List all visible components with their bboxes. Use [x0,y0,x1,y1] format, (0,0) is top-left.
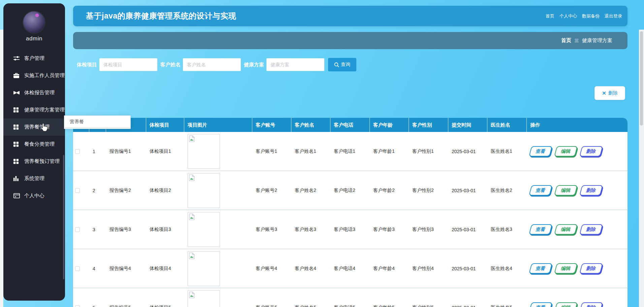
cell-exam_item: 体检项目4 [146,249,184,288]
query-button-label: 查询 [341,62,350,68]
cell-index: 4 [89,249,106,288]
column-header: 体检项目 [146,118,184,132]
cell-report_no: 报告编号4 [106,249,146,288]
search-label: 体检项目 [77,62,97,68]
page-scrollbar[interactable] [639,30,644,307]
sidebar-item-meal-category-mgmt[interactable]: 餐食分类管理 [3,136,65,153]
grid-icon [13,142,20,147]
delete-row-button[interactable]: 删除 [579,146,603,157]
view-button[interactable]: 查看 [529,146,552,157]
image-placeholder [188,173,220,208]
edit-button[interactable]: 编辑 [554,302,578,307]
search-field-customer-name: 客户姓名 [160,58,241,71]
cell-gender: 客户性别4 [409,249,448,288]
cell-phone: 客户电话2 [330,171,370,210]
view-button[interactable]: 查看 [529,302,552,307]
column-header: 客户性别 [409,118,448,132]
delete-row-button[interactable]: 删除 [579,302,603,307]
cell-account: 客户账号3 [252,210,291,249]
exam-item-input[interactable] [99,58,157,71]
delete-button[interactable]: ✕ 删除 [594,86,625,100]
row-select-cell [73,210,89,249]
cell-report_no: 报告编号2 [106,171,146,210]
actions-cell: 查看编辑删除 [527,288,627,307]
sidebar-item-exam-report-mgmt[interactable]: 体检报告管理 [3,84,65,101]
cell-doctor: 医生姓名2 [487,171,527,210]
edit-button[interactable]: 编辑 [554,146,578,157]
edit-button[interactable]: 编辑 [554,263,578,274]
broken-image-icon [189,135,195,142]
sidebar-item-customer-mgmt[interactable]: 客户管理 [3,50,65,67]
sidebar-item-label: 体检报告管理 [24,90,55,96]
top-nav-data-backup[interactable]: 数据备份 [582,13,600,19]
edit-button[interactable]: 编辑 [554,224,578,235]
sidebar-item-system-mgmt[interactable]: 系统管理 [3,170,65,187]
health-plan-input[interactable] [266,58,324,71]
sidebar-item-personal-center[interactable]: 个人中心 [3,187,65,204]
row-checkbox[interactable] [75,227,80,232]
cell-phone: 客户电话5 [330,288,370,307]
report-icon [13,91,20,95]
grid-icon [13,159,20,164]
top-nav-personal-center[interactable]: 个人中心 [559,13,577,19]
cell-exam_item: 体检项目5 [146,288,184,307]
cell-account: 客户账号5 [252,288,291,307]
cell-doctor: 医生姓名4 [487,249,527,288]
column-header: 客户电话 [330,118,370,132]
top-nav-logout[interactable]: 退出登录 [605,13,622,19]
delete-row-button[interactable]: 删除 [579,185,603,196]
view-button[interactable]: 查看 [529,263,552,274]
search-bar: 体检项目 客户姓名 健康方案 查询 [77,58,356,71]
sidebar-item-label: 系统管理 [24,175,44,182]
view-button[interactable]: 查看 [529,185,552,196]
submenu-popup: 营养餐 [64,115,131,129]
edit-button[interactable]: 编辑 [554,185,578,196]
broken-image-icon [189,213,195,220]
row-checkbox[interactable] [75,266,80,271]
delete-row-button[interactable]: 删除 [579,263,603,274]
sidebar-scrollbar-thumb[interactable] [63,155,64,279]
cell-account: 客户账号2 [252,171,291,210]
cell-submit_time: 2025-03-01 [448,132,487,171]
image-placeholder [188,290,220,307]
breadcrumb-home[interactable]: 首页 [561,37,571,44]
cell-exam_item: 体检项目3 [146,210,184,249]
cell-submit_time: 2025-03-01 [448,210,487,249]
delete-row-button[interactable]: 删除 [579,224,603,235]
cell-name: 客户姓名3 [291,210,330,249]
sidebar-item-meal-booking-mgmt[interactable]: 营养餐预订管理 [3,153,65,170]
view-button[interactable]: 查看 [529,224,552,235]
page-scrollbar-thumb[interactable] [640,31,643,126]
cell-gender: 客户性别1 [409,132,448,171]
sidebar-item-label: 营养餐管理 [24,124,50,130]
query-button[interactable]: 查询 [328,58,356,71]
top-nav-home[interactable]: 首页 [546,13,554,19]
cell-report_no: 报告编号1 [106,132,146,171]
cell-phone: 客户电话3 [330,210,370,249]
cell-phone: 客户电话4 [330,249,370,288]
table-header-row: 体检项目项目图片客户账号客户姓名客户电话客户年龄客户性别提交时间医生姓名操作 [73,118,627,132]
submenu-item-nutrition-meal[interactable]: 营养餐 [64,116,130,128]
broken-image-icon [189,174,195,181]
sidebar-item-staff-mgmt[interactable]: 实施工作人员管理 [3,67,65,84]
cell-doctor: 医生姓名5 [487,288,527,307]
row-select-cell [73,132,89,171]
cell-exam_item: 体检项目1 [146,132,184,171]
row-checkbox[interactable] [75,149,80,154]
sidebar-item-health-plan-mgmt[interactable]: 健康管理方案管理 [3,101,65,118]
table-row: 2报告编号2体检项目2 客户账号2客户姓名2客户电话2客户年龄2客户性别2202… [73,171,627,210]
row-actions: 查看编辑删除 [530,224,602,235]
column-header: 医生姓名 [487,118,527,132]
search-label: 健康方案 [244,62,264,68]
row-checkbox[interactable] [75,188,80,193]
sidebar-item-label: 餐食分类管理 [24,141,55,147]
cell-submit_time: 2025-03-01 [448,288,487,307]
sidebar-item-nutrition-meal-mgmt[interactable]: 营养餐管理 [3,118,65,136]
cell-gender: 客户性别5 [409,288,448,307]
cell-index: 1 [89,132,106,171]
row-checkbox[interactable] [75,305,80,307]
table-row: 5报告编号5体检项目5 客户账号5客户姓名5客户电话5客户年龄5客户性别5202… [73,288,627,307]
sidebar-item-label: 健康管理方案管理 [24,107,65,113]
sidebar-menu: 客户管理 实施工作人员管理 体检报告管理 健康管理方案管理 [3,50,65,204]
customer-name-input[interactable] [183,58,241,71]
